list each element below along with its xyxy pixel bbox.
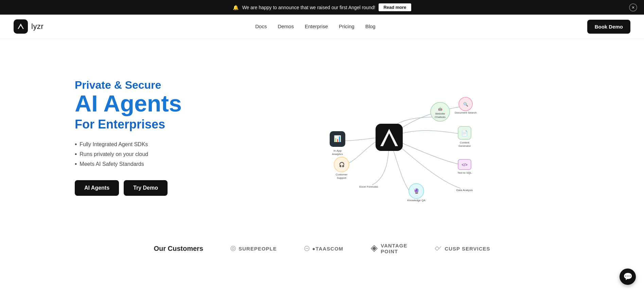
logo-icon <box>14 19 28 34</box>
svg-text:Chatbots: Chatbots <box>435 116 446 119</box>
svg-text:📄: 📄 <box>461 130 468 136</box>
bullet-1: Fully Integrated Agent SDKs <box>75 141 182 148</box>
logo-link[interactable]: lyzr <box>14 19 43 34</box>
svg-text:In-App: In-App <box>333 149 342 152</box>
surepeople-logo: SUREPEOPLE <box>230 246 277 252</box>
svg-text:</>: </> <box>462 162 467 167</box>
book-demo-button[interactable]: Book Demo <box>587 20 630 34</box>
hero-bullets: Fully Integrated Agent SDKs Runs private… <box>75 141 182 168</box>
hero-title: AI Agents <box>75 91 182 116</box>
bullet-3: Meets AI Safety Standards <box>75 161 182 168</box>
customers-title: Our Customers <box>154 245 203 253</box>
diagram-svg: 🤖 Website Chatbots 📊 In-App Analytics 🎧 … <box>195 59 583 216</box>
vantagepoint-label: VANTAGEPOINT <box>381 243 407 254</box>
svg-text:Document Search: Document Search <box>455 111 476 114</box>
hero-diagram: 🤖 Website Chatbots 📊 In-App Analytics 🎧 … <box>195 59 583 216</box>
svg-text:🤖: 🤖 <box>438 107 442 111</box>
svg-text:🔍: 🔍 <box>463 102 468 107</box>
nav-docs[interactable]: Docs <box>255 23 267 29</box>
taascom-logo: ●TAASCOM <box>304 246 344 252</box>
svg-point-32 <box>231 246 236 251</box>
announcement-emoji: 🔔 <box>233 5 239 10</box>
svg-text:Excel Formulas: Excel Formulas <box>359 185 378 188</box>
svg-point-33 <box>232 247 234 249</box>
nav-demos[interactable]: Demos <box>278 23 294 29</box>
svg-line-39 <box>437 246 439 248</box>
svg-line-40 <box>439 246 441 248</box>
taascom-label: ●TAASCOM <box>312 246 344 252</box>
cuspservices-label: CUSP SERVICES <box>445 246 490 252</box>
nav-pricing[interactable]: Pricing <box>339 23 354 29</box>
nav-blog[interactable]: Blog <box>365 23 376 29</box>
svg-text:Generator: Generator <box>458 144 471 148</box>
chat-icon: 💬 <box>623 272 632 275</box>
svg-text:Customer: Customer <box>336 173 348 176</box>
svg-text:📊: 📊 <box>334 135 342 142</box>
bullet-2: Runs privately on your cloud <box>75 151 182 158</box>
hero-actions: AI Agents Try Demo <box>75 180 182 196</box>
svg-text:Data Analysis: Data Analysis <box>456 189 473 192</box>
read-more-button[interactable]: Read more <box>379 3 411 11</box>
close-announcement-button[interactable]: × <box>629 3 637 12</box>
hero-subtitle1: Private & Secure <box>75 79 182 91</box>
svg-text:🔮: 🔮 <box>413 188 419 194</box>
svg-text:Support: Support <box>337 176 347 179</box>
customers-inner: Our Customers SUREPEOPLE ●TAASCOM VANTAG… <box>27 243 617 254</box>
navbar: lyzr Docs Demos Enterprise Pricing Blog … <box>0 15 644 39</box>
svg-line-41 <box>435 248 437 251</box>
svg-line-42 <box>437 248 439 251</box>
svg-text:Text to SQL: Text to SQL <box>457 171 472 174</box>
svg-line-38 <box>435 246 437 248</box>
customers-section: Our Customers SUREPEOPLE ●TAASCOM VANTAG… <box>0 229 644 275</box>
cuspservices-logo: CUSP SERVICES <box>434 246 490 252</box>
nav-links: Docs Demos Enterprise Pricing Blog <box>255 23 376 30</box>
svg-text:Knowledge QA: Knowledge QA <box>407 199 425 202</box>
try-demo-button[interactable]: Try Demo <box>124 180 168 196</box>
surepeople-label: SUREPEOPLE <box>239 246 277 252</box>
announcement-bar: 🔔 We are happy to announce that we raise… <box>0 0 644 15</box>
nav-enterprise[interactable]: Enterprise <box>305 23 328 29</box>
ai-agents-button[interactable]: AI Agents <box>75 180 119 196</box>
hero-subtitle2: For Enterprises <box>75 117 182 132</box>
svg-text:🎧: 🎧 <box>338 162 345 168</box>
vantagepoint-logo: VANTAGEPOINT <box>370 243 407 254</box>
svg-text:Website: Website <box>435 112 445 115</box>
svg-text:Content: Content <box>460 141 470 144</box>
logo-text: lyzr <box>31 22 43 31</box>
hero-content: Private & Secure AI Agents For Enterpris… <box>75 79 182 195</box>
announcement-text: We are happy to announce that we raised … <box>242 5 375 10</box>
hero-section: Private & Secure AI Agents For Enterpris… <box>0 39 644 229</box>
svg-text:Analytics: Analytics <box>332 153 343 156</box>
